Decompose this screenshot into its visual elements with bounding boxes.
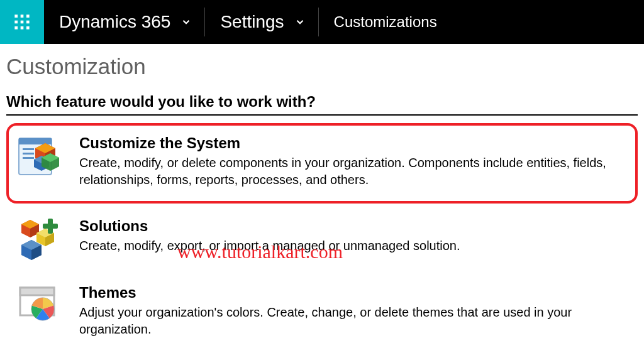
svg-rect-4 (21, 21, 24, 24)
feature-title: Customize the System (79, 134, 631, 152)
feature-desc: Create, modify, export, or import a mana… (79, 237, 631, 254)
chevron-down-icon (180, 16, 192, 28)
nav-app-dropdown[interactable]: Dynamics 365 (44, 0, 204, 44)
feature-text: Solutions Create, modify, export, or imp… (79, 217, 631, 254)
feature-desc: Adjust your organization's colors. Creat… (79, 304, 631, 338)
app-launcher-button[interactable] (0, 0, 44, 44)
feature-customize-system[interactable]: Customize the System Create, modify, or … (6, 123, 638, 204)
feature-title: Themes (79, 284, 631, 301)
svg-rect-12 (23, 153, 34, 155)
svg-rect-11 (23, 148, 34, 150)
nav-section-dropdown[interactable]: Settings (205, 0, 318, 44)
feature-list: Customize the System Create, modify, or … (6, 123, 638, 347)
cubes-plus-icon (18, 217, 64, 264)
nav-section-label: Settings (220, 12, 284, 32)
svg-rect-0 (14, 14, 18, 18)
feature-text: Customize the System Create, modify, or … (79, 134, 631, 188)
top-nav-bar: Dynamics 365 Settings Customizations (0, 0, 644, 44)
svg-rect-31 (43, 224, 58, 229)
feature-desc: Create, modify, or delete components in … (79, 155, 631, 188)
window-palette-icon (18, 284, 64, 330)
svg-rect-3 (14, 21, 18, 24)
subheading: Which feature would you like to work wit… (6, 93, 638, 116)
svg-rect-1 (21, 14, 24, 18)
svg-rect-6 (14, 26, 18, 30)
waffle-icon (13, 13, 31, 31)
breadcrumb: Customizations (319, 13, 452, 31)
feature-solutions[interactable]: Solutions Create, modify, export, or imp… (6, 206, 638, 273)
feature-title: Solutions (79, 217, 631, 235)
svg-rect-5 (26, 21, 30, 24)
svg-rect-13 (23, 157, 34, 159)
svg-rect-7 (21, 26, 24, 30)
svg-rect-33 (20, 288, 54, 295)
content-area: Which feature would you like to work wit… (0, 85, 644, 347)
svg-rect-10 (19, 138, 52, 144)
nav-app-label: Dynamics 365 (59, 12, 170, 32)
svg-rect-8 (26, 26, 30, 30)
cubes-window-icon (18, 134, 64, 181)
svg-rect-2 (26, 14, 30, 18)
chevron-down-icon (294, 16, 306, 28)
feature-themes[interactable]: Themes Adjust your organization's colors… (6, 273, 638, 347)
page-title: Customization (0, 44, 644, 85)
feature-text: Themes Adjust your organization's colors… (79, 284, 631, 338)
